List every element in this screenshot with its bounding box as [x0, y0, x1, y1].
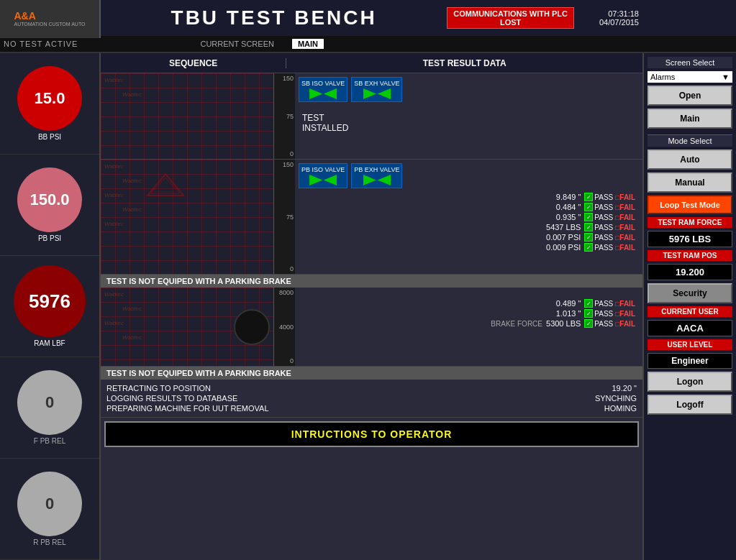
status-row-2: PREPARING MACHINE FOR UUT REMOVAL HOMING [106, 403, 637, 413]
ram-result-value-2: 5300 LBS [546, 319, 581, 328]
gauge-ram-lbf: 5976 RAM LBF [0, 256, 99, 357]
open-button[interactable]: Open [648, 86, 732, 106]
gauge-value-pb: 150.0 [29, 192, 69, 208]
logo-subtitle: AUTOMATION CUSTOM AUTO [14, 22, 85, 27]
instructions-bar: INTRUCTIONS TO OPERATOR [104, 421, 639, 447]
result-row-1: 0.484 " ✓PASS □FAIL [299, 202, 639, 212]
user-level-value: Engineer [648, 353, 732, 369]
sequence-header-row: SEQUENCE TEST RESULT DATA [101, 53, 642, 73]
fail-check-3: □FAIL [615, 224, 635, 231]
status-row-0: RETRACTING TO POSITION 19.20 " [106, 383, 637, 393]
pb-exh-label: PB EXH VALVE [354, 166, 399, 173]
security-button[interactable]: Security [648, 283, 732, 303]
content-area: 15.0 BB PSI 150.0 PB PSI 5976 RAM LBF 0 [0, 53, 736, 560]
gauge-bb-psi: 15.0 BB PSI [0, 53, 99, 155]
ram-fail-2: □FAIL [615, 320, 635, 328]
pb-iso-arrow1 [309, 175, 322, 185]
current-user-label: CURRENT USER [648, 306, 732, 317]
ram-fail-1: □FAIL [615, 310, 635, 318]
test-result-label: TEST RESULT DATA [286, 58, 642, 68]
alarms-dropdown[interactable]: Alarms ▼ [648, 71, 732, 83]
logo-text: A&A [14, 10, 85, 22]
pass-check-5: ✓PASS [584, 243, 613, 252]
fail-check-2: □FAIL [615, 214, 635, 221]
sb-exh-label: SB EXH VALVE [354, 80, 399, 87]
logoff-button[interactable]: Logoff [648, 395, 732, 415]
gauge-value-fpb: 0 [45, 395, 54, 410]
pass-check-2: ✓PASS [584, 213, 613, 221]
header-top: A&A AUTOMATION CUSTOM AUTO TBU TEST BENC… [0, 0, 736, 36]
gauge-rpb-rel: 0 R PB REL [0, 459, 99, 560]
result-row-2: 0.935 " ✓PASS □FAIL [299, 212, 639, 222]
sb-iso-valve: SB ISO VALVE [299, 77, 347, 102]
parking-brake-msg2: TEST IS NOT EQUIPED WITH A PARKING BRAKE [101, 367, 642, 380]
pb-test-section: Wabtec Wabtec Wabtec Wabtec Wabtec 150 [101, 160, 642, 275]
manual-button[interactable]: Manual [648, 173, 732, 193]
pb-scale: 150 75 0 [273, 160, 295, 274]
gauge-label-fpb: F PB REL [34, 437, 65, 445]
current-user-value: AACA [648, 320, 732, 336]
gauge-value-bb: 15.0 [35, 91, 65, 106]
status-left-1: LOGGING RESULTS TO DATABASE [106, 394, 237, 403]
ram-results: 0.489 " ✓PASS □FAIL 1.013 " ✓PASS □FAIL … [299, 291, 639, 362]
ram-section-left: Wabtec Wabtec Wabtec Wabtec 8000 4000 0 [101, 288, 295, 366]
result-row-4: 0.007 PSI ✓PASS □FAIL [299, 232, 639, 242]
gauge-circle-ram: 5976 [14, 265, 86, 337]
ram-fail-0: □FAIL [615, 300, 635, 308]
pass-check-3: ✓PASS [584, 223, 613, 231]
pb-iso-label: PB ISO VALVE [301, 166, 345, 173]
status-row-1: LOGGING RESULTS TO DATABASE SYNCHING [106, 393, 637, 403]
sb-section-left: Wabtec Wabtec 150 75 0 [101, 73, 295, 159]
user-level-label: USER LEVEL [648, 339, 732, 350]
fail-check-4: □FAIL [615, 234, 635, 242]
header-bottom: NO TEST ACTIVE CURRENT SCREEN MAIN [0, 36, 736, 52]
parking-brake-msg1: TEST IS NOT EQUIPED WITH A PARKING BRAKE [101, 275, 642, 288]
main-button[interactable]: Main [648, 109, 732, 129]
auto-button[interactable]: Auto [648, 150, 732, 170]
test-ram-pos-label: TEST RAM POS [648, 250, 732, 261]
sb-section-right: SB ISO VALVE SB EXH VALVE [295, 73, 642, 159]
status-left-0: RETRACTING TO POSITION [106, 384, 211, 393]
pass-check-4: ✓PASS [584, 233, 613, 242]
pb-section-left: Wabtec Wabtec Wabtec Wabtec Wabtec 150 [101, 160, 295, 274]
pb-exh-arrow2 [378, 175, 391, 185]
result-value-1: 0.484 " [523, 203, 581, 211]
result-value-0: 9.849 " [523, 193, 581, 201]
pass-check-0: ✓PASS [584, 193, 613, 201]
main-container: A&A AUTOMATION CUSTOM AUTO TBU TEST BENC… [0, 0, 736, 560]
gauge-circle-rpb: 0 [17, 472, 82, 536]
result-row-0: 9.849 " ✓PASS □FAIL [299, 192, 639, 202]
main-title: TBU TEST BENCH [101, 6, 447, 29]
dropdown-value: Alarms [650, 73, 675, 81]
gauges-column: 15.0 BB PSI 150.0 PB PSI 5976 RAM LBF 0 [0, 53, 101, 560]
result-value-3: 5437 LBS [523, 223, 581, 231]
ram-brake-label: BRAKE FORCE [485, 320, 542, 328]
ram-pass-1: ✓PASS [584, 309, 613, 318]
sb-test-section: Wabtec Wabtec 150 75 0 SB ISO VALVE [101, 73, 642, 160]
current-screen-prefix: CURRENT SCREEN [200, 40, 273, 48]
fail-check-1: □FAIL [615, 203, 635, 211]
ram-pass-2: ✓PASS [584, 319, 613, 328]
sequence-label: SEQUENCE [101, 58, 286, 68]
gauge-circle-pb: 150.0 [17, 167, 82, 232]
logon-button[interactable]: Logon [648, 372, 732, 392]
loop-test-button[interactable]: Loop Test Mode [648, 196, 732, 214]
logo-area: A&A AUTOMATION CUSTOM AUTO [0, 0, 101, 38]
screen-select-label: Screen Select [648, 57, 732, 68]
result-value-4: 0.007 PSI [523, 233, 581, 242]
ram-test-section: Wabtec Wabtec Wabtec Wabtec 8000 4000 0 [101, 288, 642, 367]
pb-iso-arrow2 [324, 175, 337, 185]
gauge-label-ram: RAM LBF [34, 339, 65, 347]
ram-result-2: BRAKE FORCE 5300 LBS ✓PASS □FAIL [299, 318, 639, 329]
sb-iso-arrow1 [309, 88, 322, 99]
right-panel: Screen Select Alarms ▼ Open Main Mode Se… [642, 53, 736, 560]
sb-valve-group: SB ISO VALVE SB EXH VALVE [299, 77, 639, 102]
status-right-2: HOMING [604, 404, 637, 413]
ram-result-1: 1.013 " ✓PASS □FAIL [299, 308, 639, 318]
ram-result-0: 0.489 " ✓PASS □FAIL [299, 298, 639, 308]
status-left-2: PREPARING MACHINE FOR UUT REMOVAL [106, 404, 269, 413]
fail-check-5: □FAIL [615, 244, 635, 252]
result-value-5: 0.009 PSI [523, 243, 581, 252]
ram-pass-0: ✓PASS [584, 299, 613, 308]
dropdown-arrow-icon: ▼ [722, 73, 730, 81]
